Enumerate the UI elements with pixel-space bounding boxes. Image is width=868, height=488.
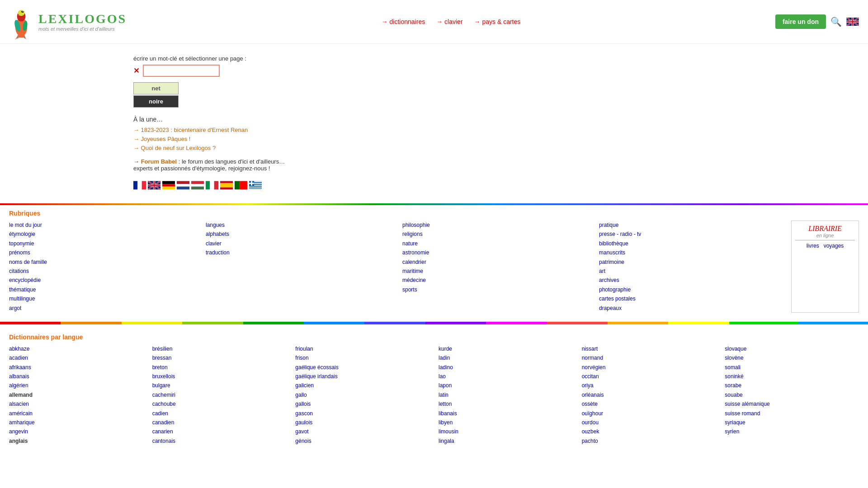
rub-pratique[interactable]: pratique (599, 221, 778, 230)
dict-slovene[interactable]: slovène (725, 353, 859, 362)
search-input[interactable] (143, 65, 220, 77)
rub-nature[interactable]: nature (402, 239, 581, 248)
dict-normand[interactable]: normand (582, 353, 716, 362)
rub-astronomie[interactable]: astronomie (402, 248, 581, 257)
donate-button[interactable]: faire un don (775, 14, 826, 29)
rub-thematique[interactable]: thématique (9, 285, 188, 294)
bookshop-livres[interactable]: livres (807, 243, 819, 249)
dict-bressan[interactable]: bressan (152, 353, 287, 362)
dict-angevin[interactable]: angevin (9, 427, 143, 436)
dict-somali[interactable]: somali (725, 363, 859, 372)
flag-pt-icon[interactable] (235, 181, 247, 190)
dict-lapon[interactable]: lapon (439, 381, 573, 390)
rub-drapeaux[interactable]: drapeaux (599, 304, 778, 313)
flag-es-icon[interactable] (220, 181, 233, 190)
dict-acadien[interactable]: acadien (9, 353, 143, 362)
rub-traduction[interactable]: traduction (206, 248, 384, 257)
dict-ladin[interactable]: ladin (439, 353, 573, 362)
flag-it-icon[interactable] (206, 181, 218, 190)
bookshop-voyages[interactable]: voyages (824, 243, 844, 249)
rub-photographie[interactable]: photographie (599, 285, 778, 294)
dict-syrien[interactable]: syrien (725, 427, 859, 436)
dict-letton[interactable]: letton (439, 399, 573, 408)
search-icon[interactable]: 🔍 (830, 16, 842, 27)
dict-syriaque[interactable]: syriaque (725, 418, 859, 427)
dict-gaelique-irlandais[interactable]: gaélique irlandais (295, 372, 429, 381)
dict-libanais[interactable]: libanais (439, 409, 573, 418)
news-link-2[interactable]: → Joyeuses Pâques ! (133, 136, 190, 142)
dict-alsacien[interactable]: alsacien (9, 399, 143, 408)
dict-gascon[interactable]: gascon (295, 409, 429, 418)
rub-medecine[interactable]: médecine (402, 276, 581, 285)
rub-prenoms[interactable]: prénoms (9, 248, 188, 257)
dict-gallo[interactable]: gallo (295, 390, 429, 399)
dict-anglais[interactable]: anglais (9, 436, 143, 446)
dict-gallois[interactable]: gallois (295, 399, 429, 408)
rub-alphabets[interactable]: alphabets (206, 230, 384, 239)
dict-oriya[interactable]: oriya (582, 381, 716, 390)
rub-presse[interactable]: presse - radio - tv (599, 230, 778, 239)
nav-clavier[interactable]: → clavier (436, 18, 462, 25)
dict-nissart[interactable]: nissart (582, 344, 716, 353)
rub-calendrier[interactable]: calendrier (402, 258, 581, 267)
dict-latin[interactable]: latin (439, 390, 573, 399)
dict-pachto[interactable]: pachto (582, 436, 716, 446)
dict-occitan[interactable]: occitan (582, 372, 716, 381)
rub-philosophie[interactable]: philosophie (402, 221, 581, 230)
flag-en-icon[interactable] (148, 181, 160, 190)
dict-allemand[interactable]: allemand (9, 390, 143, 399)
dict-frioulan[interactable]: frioulan (295, 344, 429, 353)
dict-limousin[interactable]: limousin (439, 427, 573, 436)
dict-bresilien[interactable]: brésilien (152, 344, 287, 353)
dict-gaelique-ecossais[interactable]: gaélique écossais (295, 363, 429, 372)
dict-amharique[interactable]: amharique (9, 418, 143, 427)
dict-canarien[interactable]: canarien (152, 427, 287, 436)
btn-net[interactable]: net (133, 82, 179, 94)
dict-cachoube[interactable]: cachoube (152, 399, 287, 408)
dict-lao[interactable]: lao (439, 372, 573, 381)
dict-abkhaze[interactable]: abkhaze (9, 344, 143, 353)
rub-noms-famille[interactable]: noms de famille (9, 258, 188, 267)
rub-manuscrits[interactable]: manuscrits (599, 248, 778, 257)
clear-button[interactable]: ✕ (133, 66, 139, 75)
dict-ourdou[interactable]: ourdou (582, 418, 716, 427)
flag-de-icon[interactable] (162, 181, 175, 190)
rub-sports[interactable]: sports (402, 285, 581, 294)
rub-argot[interactable]: argot (9, 304, 188, 313)
dict-ladino[interactable]: ladino (439, 363, 573, 372)
dict-frison[interactable]: frison (295, 353, 429, 362)
rub-religions[interactable]: religions (402, 230, 581, 239)
dict-souabe[interactable]: souabe (725, 390, 859, 399)
rub-etymologie[interactable]: étymologie (9, 230, 188, 239)
dict-soninke[interactable]: soninké (725, 372, 859, 381)
nav-dictionnaires[interactable]: → dictionnaires (382, 18, 425, 25)
dict-albanais[interactable]: albanais (9, 372, 143, 381)
rub-citations[interactable]: citations (9, 267, 188, 276)
dict-galicien[interactable]: galicien (295, 381, 429, 390)
flag-fr-icon[interactable] (133, 181, 146, 190)
dict-norvegien[interactable]: norvégien (582, 363, 716, 372)
dict-afrikaans[interactable]: afrikaans (9, 363, 143, 372)
flag-nl-icon[interactable] (177, 181, 189, 190)
dict-cachemiri[interactable]: cachemiri (152, 390, 287, 399)
dict-algerien[interactable]: algérien (9, 381, 143, 390)
dict-lingala[interactable]: lingala (439, 436, 573, 446)
dict-sorabe[interactable]: sorabe (725, 381, 859, 390)
dict-cadien[interactable]: cadien (152, 409, 287, 418)
dict-suisse-romand[interactable]: suisse romand (725, 409, 859, 418)
dict-ouighour[interactable]: ouïghour (582, 409, 716, 418)
dict-breton[interactable]: breton (152, 363, 287, 372)
news-link-3[interactable]: → Quoi de neuf sur Lexilogos ? (133, 145, 216, 151)
dict-gavot[interactable]: gavot (295, 427, 429, 436)
dict-bruxellois[interactable]: bruxellois (152, 372, 287, 381)
dict-genois[interactable]: génois (295, 436, 429, 446)
rub-cartes-postales[interactable]: cartes postales (599, 294, 778, 303)
rub-langues[interactable]: langues (206, 221, 384, 230)
rub-toponymie[interactable]: toponymie (9, 239, 188, 248)
rub-encyclopedie[interactable]: encyclopédie (9, 276, 188, 285)
rub-multilingue[interactable]: multilingue (9, 294, 188, 303)
nav-pays[interactable]: → pays & cartes (474, 18, 521, 25)
dict-canadien[interactable]: canadien (152, 418, 287, 427)
dict-libyen[interactable]: libyen (439, 418, 573, 427)
news-link-1[interactable]: → 1823-2023 : bicentenaire d'Ernest Rena… (133, 127, 248, 133)
